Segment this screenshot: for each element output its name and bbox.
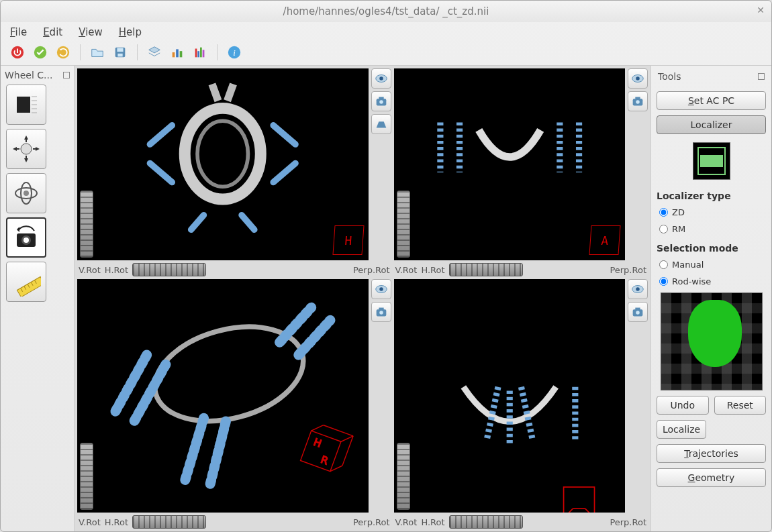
perspective-icon[interactable] (371, 114, 391, 134)
panel-collapse-icon[interactable] (758, 73, 765, 80)
menu-help[interactable]: Help (119, 26, 142, 38)
svg-rect-10 (197, 51, 199, 57)
chart-cols-icon[interactable] (191, 44, 209, 61)
reset-button[interactable]: Reset (714, 396, 767, 415)
svg-marker-29 (36, 147, 40, 151)
geometry-button[interactable]: Geometry (657, 468, 766, 487)
trajectories-button[interactable]: Trajectories (657, 444, 766, 463)
radio-manual[interactable] (659, 260, 668, 269)
wheel-mode-pan-button[interactable] (6, 129, 46, 169)
v-rot-wheel[interactable] (80, 443, 93, 510)
svg-rect-6 (173, 52, 175, 57)
viewport-canvas-3[interactable]: H R (77, 279, 369, 513)
svg-rect-12 (203, 50, 205, 57)
hrot-label: H.Rot (421, 265, 444, 275)
svg-marker-58 (376, 121, 386, 127)
svg-rect-67 (635, 97, 640, 100)
svg-rect-9 (195, 49, 197, 58)
wheel-mode-rotate-button[interactable] (6, 173, 46, 213)
radio-zd[interactable] (659, 208, 668, 217)
h-rot-wheel[interactable] (449, 263, 523, 276)
viewport-canvas-2[interactable]: A (394, 68, 625, 260)
reload-icon[interactable] (54, 44, 72, 61)
camera-icon[interactable] (628, 91, 648, 111)
layers-icon[interactable] (146, 44, 163, 61)
eye-icon[interactable] (628, 279, 648, 299)
radio-label: Manual (672, 260, 704, 270)
viewport-4: V.Rot H.Rot Perp.Rot (394, 279, 648, 529)
svg-line-45 (150, 125, 172, 144)
v-rot-wheel[interactable] (80, 191, 93, 258)
vrot-label: V.Rot (79, 517, 101, 527)
svg-point-32 (23, 191, 29, 196)
wheel-mode-slice-button[interactable] (6, 85, 46, 125)
h-rot-wheel[interactable] (132, 515, 206, 529)
eye-icon[interactable] (371, 68, 391, 89)
camera-icon[interactable] (371, 91, 391, 111)
svg-marker-26 (24, 136, 28, 140)
localizer-button[interactable]: Localizer (657, 115, 766, 134)
selection-mode-manual[interactable]: Manual (657, 259, 766, 270)
eye-icon[interactable] (371, 279, 391, 299)
svg-rect-52 (224, 83, 237, 102)
svg-rect-100 (635, 308, 640, 311)
h-rot-wheel[interactable] (449, 515, 523, 529)
seed-preview[interactable] (661, 292, 763, 390)
svg-point-35 (23, 237, 29, 243)
orientation-cube: H (332, 225, 364, 255)
viewport-canvas-1[interactable]: H (77, 68, 369, 260)
wheel-mode-camera-button[interactable] (6, 217, 46, 258)
toolbar: i (1, 41, 771, 66)
svg-line-74 (299, 320, 330, 355)
info-icon[interactable]: i (226, 44, 243, 61)
wheel-mode-measure-button[interactable] (6, 262, 46, 302)
viewport-2: A V.Rot H.Rot Perp.Rot (394, 68, 648, 276)
menu-file[interactable]: File (10, 26, 27, 38)
close-icon[interactable]: ✕ (757, 5, 765, 15)
localize-button[interactable]: Localize (657, 420, 706, 439)
vrot-label: V.Rot (395, 265, 418, 275)
localizer-type-rm[interactable]: RM (657, 223, 766, 235)
menu-edit[interactable]: Edit (43, 26, 62, 38)
svg-line-46 (150, 163, 172, 182)
camera-icon[interactable] (628, 302, 648, 322)
tools-panel-title: Tools (657, 70, 766, 86)
window-title: /home/hannes/ogles4/tst_data/ _ct_zd.nii (283, 5, 489, 17)
save-icon[interactable] (111, 44, 129, 61)
radio-label: RM (672, 224, 685, 234)
svg-text:i: i (233, 48, 236, 58)
svg-line-77 (341, 433, 353, 445)
selection-mode-rodwise[interactable]: Rod-wise (657, 276, 766, 287)
svg-text:R: R (319, 454, 330, 468)
eye-icon[interactable] (628, 68, 648, 89)
radio-rm[interactable] (659, 225, 668, 233)
svg-point-21 (21, 144, 32, 154)
power-icon[interactable] (9, 44, 26, 61)
svg-point-54 (379, 76, 383, 81)
camera-icon[interactable] (371, 302, 391, 322)
v-rot-wheel[interactable] (397, 443, 410, 510)
chart-bars-icon[interactable] (168, 44, 186, 61)
menu-view[interactable]: View (79, 26, 103, 38)
localizer-type-zd[interactable]: ZD (657, 207, 766, 218)
svg-rect-4 (117, 48, 123, 52)
ok-icon[interactable] (32, 44, 49, 61)
v-rot-wheel[interactable] (397, 191, 410, 258)
vrot-label: V.Rot (395, 517, 418, 527)
open-icon[interactable] (89, 44, 106, 61)
panel-collapse-icon[interactable] (63, 72, 70, 78)
menubar: File Edit View Help (1, 22, 771, 41)
wheel-panel: Wheel C... (1, 66, 75, 531)
radio-rodwise[interactable] (659, 277, 668, 286)
h-rot-wheel[interactable] (132, 263, 206, 276)
undo-button[interactable]: Undo (657, 396, 709, 415)
tools-panel: Tools Set AC PC Localizer Localizer type… (650, 66, 771, 531)
svg-point-86 (379, 311, 383, 315)
viewport-canvas-4[interactable] (394, 279, 625, 513)
wheel-panel-title: Wheel C... (3, 68, 71, 85)
hrot-label: H.Rot (421, 517, 444, 527)
svg-point-97 (636, 287, 640, 291)
perprot-label: Perp.Rot (610, 265, 646, 275)
perprot-label: Perp.Rot (353, 265, 390, 275)
set-ac-pc-button[interactable]: Set AC PC (657, 91, 766, 110)
